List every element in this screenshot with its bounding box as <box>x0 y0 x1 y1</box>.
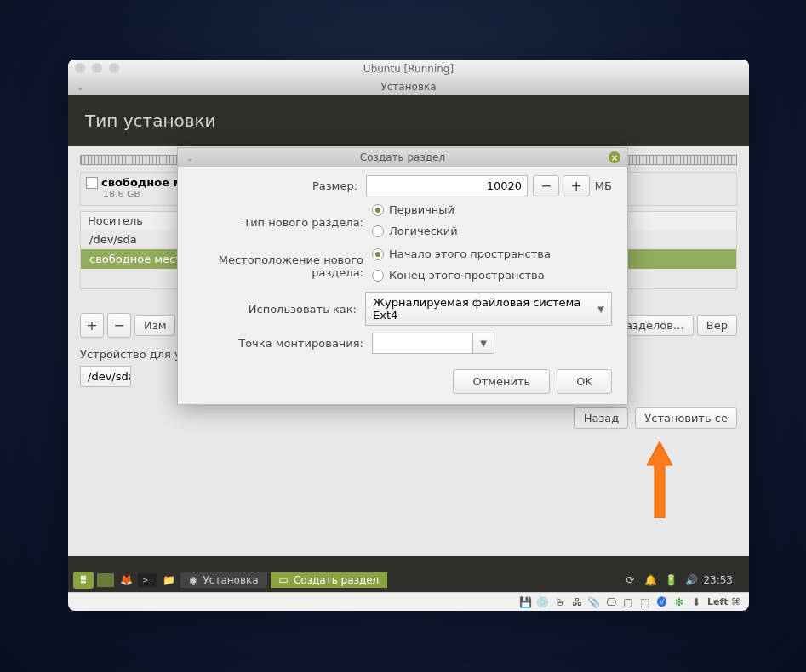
size-input[interactable] <box>366 175 528 196</box>
create-partition-dialog: ⌄ Создать раздел × Размер: − + МБ <box>177 147 628 405</box>
rec-icon[interactable]: ⬚ <box>639 596 651 608</box>
radio-icon <box>372 225 384 237</box>
mount-dropdown-button[interactable]: ▼ <box>472 333 494 354</box>
dialog-titlebar[interactable]: ⌄ Создать раздел × <box>178 148 627 167</box>
use-as-label: Использовать как: <box>193 303 365 316</box>
installer-titlebar[interactable]: ⌄ Установка <box>68 78 749 95</box>
taskbar[interactable]: ⠿ 🦊 >_ 📁 ◉ Установка ▭ Создать раздел ⟳ … <box>68 568 738 592</box>
clock[interactable]: 23:53 <box>703 574 733 586</box>
dialog-buttons: Отменить OK <box>193 369 612 394</box>
display-icon[interactable]: 🖵 <box>605 596 617 608</box>
dialog-title: Создать раздел <box>360 151 445 163</box>
size-unit: МБ <box>595 179 612 192</box>
type-primary-radio[interactable]: Первичный <box>372 203 454 216</box>
task-label: Установка <box>203 574 258 586</box>
ok-button[interactable]: OK <box>557 369 612 394</box>
radio-icon <box>372 248 384 260</box>
net-icon[interactable]: 🖧 <box>571 596 583 608</box>
radio-label: Логический <box>389 225 458 237</box>
page-header: Тип установки <box>68 95 749 146</box>
radio-icon <box>372 270 384 282</box>
arrow-annotation <box>647 441 672 518</box>
size-label: Размер: <box>193 179 366 192</box>
vbox-titlebar[interactable]: Ubuntu [Running] <box>68 60 749 78</box>
close-icon[interactable]: × <box>609 151 620 163</box>
vbox-title: Ubuntu [Running] <box>363 63 454 75</box>
virtualbox-window: Ubuntu [Running] ⌄ Установка Тип установ… <box>68 60 749 604</box>
back-button[interactable]: Назад <box>574 407 629 429</box>
svg-marker-0 <box>647 441 672 518</box>
type-logical-radio[interactable]: Логический <box>372 225 458 237</box>
taskbar-item-installer[interactable]: ◉ Установка <box>180 572 267 588</box>
install-button[interactable]: Установить се <box>635 407 737 429</box>
vbox-traffic-lights[interactable] <box>75 63 119 73</box>
window-icon: ◉ <box>189 574 197 586</box>
radio-icon <box>372 204 384 216</box>
page-title: Тип установки <box>85 111 216 131</box>
battery-icon[interactable]: 🔋 <box>662 572 679 589</box>
volume-icon[interactable]: 🔊 <box>683 572 700 589</box>
host-key-label: Left ⌘ <box>707 596 740 607</box>
select-value: Журналируемая файловая система Ext4 <box>373 296 597 322</box>
chevron-down-icon: ▼ <box>597 305 604 314</box>
task-label: Создать раздел <box>294 574 379 586</box>
remove-partition-button[interactable]: − <box>107 313 131 338</box>
radio-label: Конец этого пространства <box>389 269 545 282</box>
mount-input[interactable] <box>372 333 472 354</box>
mount-label: Точка монтирования: <box>193 337 372 350</box>
usb-icon[interactable]: 🖱 <box>554 596 566 608</box>
cd-icon[interactable]: 💿 <box>537 596 549 608</box>
dialog-body: Размер: − + МБ Тип нового раздела: <box>178 167 627 404</box>
snapshot-icon[interactable]: ❇ <box>673 596 685 608</box>
add-partition-button[interactable]: + <box>80 313 104 338</box>
maximize-icon[interactable] <box>109 63 119 73</box>
wizard-buttons: Назад Установить се <box>80 407 737 429</box>
capture-icon[interactable]: ⬇ <box>690 596 702 608</box>
mouse-icon[interactable]: 🅥 <box>656 596 668 608</box>
files-icon[interactable]: 📁 <box>160 572 177 589</box>
free-space-checkbox[interactable] <box>86 177 98 189</box>
terminal-icon[interactable]: >_ <box>138 573 157 587</box>
location-begin-radio[interactable]: Начало этого пространства <box>372 248 551 260</box>
size-decrement-button[interactable]: − <box>533 175 559 196</box>
cancel-button[interactable]: Отменить <box>453 369 550 394</box>
taskbar-item-dialog[interactable]: ▭ Создать раздел <box>271 572 388 588</box>
chevron-down-icon[interactable]: ⌄ <box>186 153 193 162</box>
size-increment-button[interactable]: + <box>563 175 589 196</box>
share-icon[interactable]: 📎 <box>588 596 600 608</box>
minimize-icon[interactable] <box>92 63 102 73</box>
menu-icon[interactable]: ⠿ <box>73 572 94 589</box>
firefox-icon[interactable]: 🦊 <box>117 572 134 589</box>
close-icon[interactable] <box>75 63 85 73</box>
location-end-radio[interactable]: Конец этого пространства <box>372 269 545 282</box>
network-icon[interactable]: 🔔 <box>642 572 659 589</box>
change-partition-button[interactable]: Изм <box>134 315 175 336</box>
radio-label: Первичный <box>389 203 454 216</box>
revert-button[interactable]: Вер <box>697 315 737 336</box>
show-desktop-icon[interactable] <box>97 573 114 587</box>
updates-icon[interactable]: ⟳ <box>621 572 638 589</box>
vbox-statusbar: 💾 💿 🖱 🖧 📎 🖵 ▢ ⬚ 🅥 ❇ ⬇ Left ⌘ <box>68 592 749 611</box>
radio-label: Начало этого пространства <box>389 248 551 260</box>
type-label: Тип нового раздела: <box>193 216 372 229</box>
bootloader-select[interactable]: /dev/sda ATA VB <box>80 366 131 387</box>
filesystem-select[interactable]: Журналируемая файловая система Ext4 ▼ <box>365 292 612 326</box>
display2-icon[interactable]: ▢ <box>622 596 634 608</box>
installer-title: Установка <box>380 81 436 93</box>
installer-window: ⌄ Установка Тип установки свободное мест… <box>68 78 749 604</box>
chevron-down-icon[interactable]: ⌄ <box>77 83 83 92</box>
hdd-icon[interactable]: 💾 <box>520 596 532 608</box>
window-icon: ▭ <box>279 574 289 586</box>
location-label: Местоположение нового раздела: <box>193 253 372 279</box>
